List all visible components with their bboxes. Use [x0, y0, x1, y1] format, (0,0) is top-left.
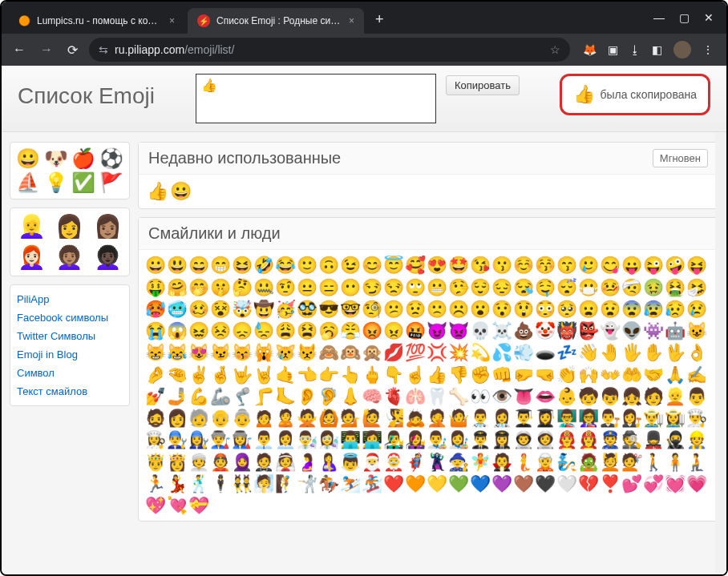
- emoji-item-1[interactable]: 😃: [167, 255, 188, 276]
- emoji-item-232[interactable]: 🥷: [665, 429, 686, 450]
- emoji-item-39[interactable]: 😬: [427, 277, 447, 298]
- tab2-close-icon[interactable]: ×: [349, 15, 354, 26]
- emoji-item-0[interactable]: 😀: [145, 255, 166, 276]
- emoji-item-98[interactable]: 👺: [578, 320, 599, 341]
- emoji-item-66[interactable]: ☹️: [448, 299, 469, 320]
- emoji-item-168[interactable]: 🫁: [405, 386, 426, 407]
- emoji-item-245[interactable]: 🤶: [383, 452, 404, 473]
- people-item-4[interactable]: 👩🏽‍🦱: [53, 244, 86, 271]
- emoji-item-127[interactable]: ✋: [643, 342, 664, 363]
- emoji-item-275[interactable]: 💙: [470, 473, 491, 494]
- emoji-item-63[interactable]: 😕: [383, 299, 404, 320]
- emoji-item-277[interactable]: 🤎: [513, 473, 534, 494]
- emoji-item-201[interactable]: 👨‍🏫: [556, 408, 577, 429]
- people-item-1[interactable]: 👩: [53, 213, 86, 240]
- emoji-item-36[interactable]: 😏: [362, 277, 382, 298]
- emoji-item-78[interactable]: 😭: [145, 320, 166, 341]
- emoji-item-131[interactable]: 🤏: [167, 365, 188, 385]
- emoji-item-79[interactable]: 😱: [167, 320, 188, 341]
- emoji-item-87[interactable]: 😤: [340, 320, 361, 341]
- emoji-item-41[interactable]: 😌: [470, 277, 491, 298]
- emoji-item-269[interactable]: ⛷️: [340, 473, 361, 494]
- emoji-item-76[interactable]: 😥: [665, 299, 686, 320]
- category-item-4[interactable]: ⛵: [15, 171, 42, 194]
- emoji-item-268[interactable]: 🏇: [318, 473, 339, 494]
- emoji-item-192[interactable]: 🙋: [362, 408, 382, 429]
- people-item-2[interactable]: 👩🏽: [91, 213, 124, 240]
- emoji-item-65[interactable]: 🙁: [427, 299, 447, 320]
- new-tab-button[interactable]: +: [367, 8, 392, 31]
- emoji-item-107[interactable]: 😼: [210, 342, 231, 363]
- emoji-item-43[interactable]: 😪: [513, 277, 534, 298]
- emoji-item-171[interactable]: 👀: [470, 386, 491, 407]
- emoji-item-37[interactable]: 😒: [383, 277, 404, 298]
- emoji-item-6[interactable]: 😂: [275, 255, 296, 276]
- emoji-item-84[interactable]: 😩: [275, 320, 296, 341]
- emoji-item-167[interactable]: 🫀: [383, 386, 404, 407]
- emoji-item-185[interactable]: 👴: [210, 408, 231, 429]
- emoji-item-250[interactable]: 🧛: [491, 452, 512, 473]
- emoji-item-58[interactable]: 🥳: [275, 299, 296, 320]
- emoji-item-89[interactable]: 😠: [383, 320, 404, 341]
- emoji-item-10[interactable]: 😊: [362, 255, 382, 276]
- category-item-6[interactable]: ✅: [71, 171, 97, 194]
- emoji-item-236[interactable]: 👳: [188, 452, 209, 473]
- emoji-item-122[interactable]: 🕳️: [535, 342, 556, 363]
- emoji-item-135[interactable]: 🤘: [253, 365, 274, 385]
- emoji-item-73[interactable]: 😧: [600, 299, 621, 320]
- emoji-item-194[interactable]: 🙇: [405, 408, 426, 429]
- emoji-item-259[interactable]: 🧎: [686, 452, 707, 473]
- emoji-item-161[interactable]: 🦵: [253, 386, 274, 407]
- emoji-item-90[interactable]: 🤬: [405, 320, 426, 341]
- emoji-item-150[interactable]: 🙌: [578, 365, 599, 385]
- emoji-item-188[interactable]: 🙎: [275, 408, 296, 429]
- emoji-item-230[interactable]: 🕵️: [621, 429, 642, 450]
- emoji-item-144[interactable]: 👎: [448, 365, 469, 385]
- emoji-item-165[interactable]: 👃: [340, 386, 361, 407]
- emoji-item-5[interactable]: 🤣: [253, 255, 274, 276]
- emoji-item-152[interactable]: 🤲: [621, 365, 642, 385]
- emoji-item-3[interactable]: 😁: [210, 255, 231, 276]
- emoji-item-177[interactable]: 👦: [600, 386, 621, 407]
- emoji-item-55[interactable]: 😵: [210, 299, 231, 320]
- emoji-item-191[interactable]: 💁: [340, 408, 361, 429]
- emoji-item-125[interactable]: 🤚: [600, 342, 621, 363]
- emoji-item-59[interactable]: 🥸: [297, 299, 317, 320]
- emoji-item-146[interactable]: 👊: [491, 365, 512, 385]
- emoji-item-16[interactable]: 😗: [491, 255, 512, 276]
- emoji-item-170[interactable]: 🦴: [448, 386, 469, 407]
- emoji-item-71[interactable]: 🥺: [556, 299, 577, 320]
- emoji-item-68[interactable]: 😯: [491, 299, 512, 320]
- emoji-item-95[interactable]: 💩: [513, 320, 534, 341]
- emoji-item-62[interactable]: 🧐: [362, 299, 382, 320]
- emoji-item-212[interactable]: 👩‍🏭: [232, 429, 253, 450]
- emoji-item-214[interactable]: 👩‍💼: [275, 429, 296, 450]
- emoji-item-197[interactable]: 👨‍⚕️: [470, 408, 491, 429]
- emoji-item-113[interactable]: 🙉: [340, 342, 361, 363]
- emoji-item-205[interactable]: 👨‍🌾: [643, 408, 664, 429]
- emoji-item-118[interactable]: 💥: [448, 342, 469, 363]
- emoji-item-57[interactable]: 🤠: [253, 299, 274, 320]
- emoji-item-80[interactable]: 😖: [188, 320, 209, 341]
- emoji-item-279[interactable]: 🤍: [556, 473, 577, 494]
- emoji-item-114[interactable]: 🙊: [362, 342, 382, 363]
- emoji-item-265[interactable]: 🧖: [253, 473, 274, 494]
- emoji-item-149[interactable]: 👏: [556, 365, 577, 385]
- emoji-item-257[interactable]: 🚶: [643, 452, 664, 473]
- emoji-item-233[interactable]: 👷: [686, 429, 707, 450]
- emoji-item-173[interactable]: 👅: [513, 386, 534, 407]
- emoji-item-187[interactable]: 🙍: [253, 408, 274, 429]
- emoji-item-49[interactable]: 🤢: [643, 277, 664, 298]
- emoji-item-129[interactable]: 👌: [686, 342, 707, 363]
- emoji-item-164[interactable]: 🦻: [318, 386, 339, 407]
- emoji-item-286[interactable]: 💖: [145, 495, 166, 516]
- emoji-item-99[interactable]: 👻: [600, 320, 621, 341]
- emoji-item-223[interactable]: 👨‍✈️: [470, 429, 491, 450]
- sidebar-link-1[interactable]: Facebook символы: [15, 308, 124, 327]
- emoji-item-44[interactable]: 🤤: [535, 277, 556, 298]
- emoji-item-189[interactable]: 🙅: [297, 408, 317, 429]
- emoji-item-178[interactable]: 👧: [621, 386, 642, 407]
- emoji-item-186[interactable]: 👵: [232, 408, 253, 429]
- emoji-item-116[interactable]: 💯: [405, 342, 426, 363]
- emoji-item-136[interactable]: 🤙: [275, 365, 296, 385]
